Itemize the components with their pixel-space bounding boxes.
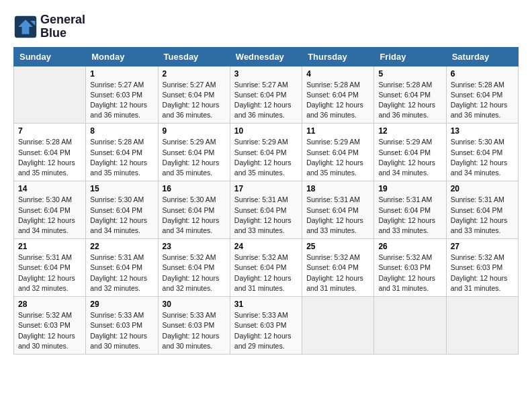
calendar-week-row: 21Sunrise: 5:31 AM Sunset: 6:04 PM Dayli…: [14, 239, 519, 297]
day-info: Sunrise: 5:31 AM Sunset: 6:04 PM Dayligh…: [18, 253, 81, 293]
day-number: 29: [90, 300, 153, 309]
day-number: 8: [90, 126, 153, 136]
weekday-header: Wednesday: [230, 47, 302, 66]
calendar-cell: 23Sunrise: 5:32 AM Sunset: 6:04 PM Dayli…: [158, 239, 230, 297]
logo: General Blue: [13, 13, 85, 40]
day-info: Sunrise: 5:32 AM Sunset: 6:04 PM Dayligh…: [306, 253, 369, 293]
calendar-table: SundayMondayTuesdayWednesdayThursdayFrid…: [13, 47, 519, 355]
day-number: 17: [234, 184, 298, 193]
day-number: 6: [451, 69, 514, 79]
day-info: Sunrise: 5:27 AM Sunset: 6:03 PM Dayligh…: [90, 80, 153, 121]
day-info: Sunrise: 5:30 AM Sunset: 6:04 PM Dayligh…: [163, 195, 226, 236]
calendar-cell: 20Sunrise: 5:31 AM Sunset: 6:04 PM Dayli…: [446, 181, 518, 239]
logo-text: General Blue: [40, 13, 85, 40]
day-info: Sunrise: 5:33 AM Sunset: 6:03 PM Dayligh…: [90, 310, 153, 351]
header-row: SundayMondayTuesdayWednesdayThursdayFrid…: [14, 47, 519, 66]
day-number: 3: [234, 69, 298, 79]
day-info: Sunrise: 5:28 AM Sunset: 6:04 PM Dayligh…: [451, 80, 514, 121]
calendar-cell: 4Sunrise: 5:28 AM Sunset: 6:04 PM Daylig…: [302, 66, 374, 124]
day-number: 20: [451, 184, 514, 193]
calendar-cell: 13Sunrise: 5:30 AM Sunset: 6:04 PM Dayli…: [446, 124, 518, 181]
day-info: Sunrise: 5:29 AM Sunset: 6:04 PM Dayligh…: [306, 137, 369, 178]
weekday-header: Thursday: [302, 47, 374, 66]
day-number: 14: [18, 184, 81, 193]
day-number: 13: [451, 126, 514, 136]
calendar-cell: 3Sunrise: 5:27 AM Sunset: 6:04 PM Daylig…: [230, 66, 302, 124]
day-info: Sunrise: 5:33 AM Sunset: 6:03 PM Dayligh…: [234, 310, 298, 351]
day-info: Sunrise: 5:32 AM Sunset: 6:03 PM Dayligh…: [378, 253, 441, 293]
day-info: Sunrise: 5:30 AM Sunset: 6:04 PM Dayligh…: [90, 195, 153, 236]
weekday-header: Saturday: [446, 47, 518, 66]
day-info: Sunrise: 5:28 AM Sunset: 6:04 PM Dayligh…: [90, 137, 153, 178]
calendar-cell: [14, 66, 86, 124]
day-number: 26: [378, 242, 441, 251]
calendar-cell: 5Sunrise: 5:28 AM Sunset: 6:04 PM Daylig…: [374, 66, 446, 124]
day-info: Sunrise: 5:28 AM Sunset: 6:04 PM Dayligh…: [18, 137, 81, 178]
calendar-cell: 6Sunrise: 5:28 AM Sunset: 6:04 PM Daylig…: [446, 66, 518, 124]
calendar-cell: 29Sunrise: 5:33 AM Sunset: 6:03 PM Dayli…: [86, 297, 158, 355]
day-info: Sunrise: 5:28 AM Sunset: 6:04 PM Dayligh…: [378, 80, 441, 121]
day-info: Sunrise: 5:29 AM Sunset: 6:04 PM Dayligh…: [163, 137, 226, 178]
day-info: Sunrise: 5:33 AM Sunset: 6:03 PM Dayligh…: [163, 310, 226, 351]
day-number: 1: [90, 69, 153, 79]
day-info: Sunrise: 5:27 AM Sunset: 6:04 PM Dayligh…: [163, 80, 226, 121]
day-number: 30: [163, 300, 226, 309]
day-number: 5: [378, 69, 441, 79]
calendar-body: 1Sunrise: 5:27 AM Sunset: 6:03 PM Daylig…: [14, 66, 519, 354]
page-header: General Blue: [13, 13, 519, 40]
day-number: 18: [306, 184, 369, 193]
logo-icon: [13, 15, 38, 39]
calendar-cell: 7Sunrise: 5:28 AM Sunset: 6:04 PM Daylig…: [14, 124, 86, 181]
day-number: 16: [163, 184, 226, 193]
day-info: Sunrise: 5:32 AM Sunset: 6:03 PM Dayligh…: [18, 310, 81, 351]
calendar-cell: 16Sunrise: 5:30 AM Sunset: 6:04 PM Dayli…: [158, 181, 230, 239]
calendar-week-row: 28Sunrise: 5:32 AM Sunset: 6:03 PM Dayli…: [14, 297, 519, 355]
day-info: Sunrise: 5:31 AM Sunset: 6:04 PM Dayligh…: [234, 195, 298, 236]
day-number: 10: [234, 126, 298, 136]
day-info: Sunrise: 5:31 AM Sunset: 6:04 PM Dayligh…: [90, 253, 153, 293]
calendar-cell: [302, 297, 374, 355]
calendar-cell: 30Sunrise: 5:33 AM Sunset: 6:03 PM Dayli…: [158, 297, 230, 355]
calendar-week-row: 1Sunrise: 5:27 AM Sunset: 6:03 PM Daylig…: [14, 66, 519, 124]
calendar-cell: 10Sunrise: 5:29 AM Sunset: 6:04 PM Dayli…: [230, 124, 302, 181]
calendar-week-row: 14Sunrise: 5:30 AM Sunset: 6:04 PM Dayli…: [14, 181, 519, 239]
day-number: 4: [306, 69, 369, 79]
calendar-cell: 22Sunrise: 5:31 AM Sunset: 6:04 PM Dayli…: [86, 239, 158, 297]
weekday-header: Monday: [86, 47, 158, 66]
day-number: 7: [18, 126, 81, 136]
calendar-cell: 21Sunrise: 5:31 AM Sunset: 6:04 PM Dayli…: [14, 239, 86, 297]
calendar-cell: 26Sunrise: 5:32 AM Sunset: 6:03 PM Dayli…: [374, 239, 446, 297]
weekday-header: Sunday: [14, 47, 86, 66]
day-info: Sunrise: 5:30 AM Sunset: 6:04 PM Dayligh…: [18, 195, 81, 236]
day-info: Sunrise: 5:32 AM Sunset: 6:04 PM Dayligh…: [163, 253, 226, 293]
day-info: Sunrise: 5:29 AM Sunset: 6:04 PM Dayligh…: [378, 137, 441, 178]
day-info: Sunrise: 5:28 AM Sunset: 6:04 PM Dayligh…: [306, 80, 369, 121]
calendar-cell: 8Sunrise: 5:28 AM Sunset: 6:04 PM Daylig…: [86, 124, 158, 181]
weekday-header: Friday: [374, 47, 446, 66]
day-info: Sunrise: 5:31 AM Sunset: 6:04 PM Dayligh…: [306, 195, 369, 236]
day-number: 28: [18, 300, 81, 309]
calendar-cell: 28Sunrise: 5:32 AM Sunset: 6:03 PM Dayli…: [14, 297, 86, 355]
day-info: Sunrise: 5:32 AM Sunset: 6:04 PM Dayligh…: [234, 253, 298, 293]
day-number: 31: [234, 300, 298, 309]
calendar-cell: 27Sunrise: 5:32 AM Sunset: 6:03 PM Dayli…: [446, 239, 518, 297]
weekday-header: Tuesday: [158, 47, 230, 66]
day-number: 12: [378, 126, 441, 136]
calendar-cell: 1Sunrise: 5:27 AM Sunset: 6:03 PM Daylig…: [86, 66, 158, 124]
calendar-cell: 24Sunrise: 5:32 AM Sunset: 6:04 PM Dayli…: [230, 239, 302, 297]
calendar-cell: 31Sunrise: 5:33 AM Sunset: 6:03 PM Dayli…: [230, 297, 302, 355]
day-number: 22: [90, 242, 153, 251]
day-info: Sunrise: 5:29 AM Sunset: 6:04 PM Dayligh…: [234, 137, 298, 178]
day-number: 11: [306, 126, 369, 136]
calendar-cell: 19Sunrise: 5:31 AM Sunset: 6:04 PM Dayli…: [374, 181, 446, 239]
day-number: 25: [306, 242, 369, 251]
day-number: 9: [163, 126, 226, 136]
calendar-cell: 12Sunrise: 5:29 AM Sunset: 6:04 PM Dayli…: [374, 124, 446, 181]
day-info: Sunrise: 5:32 AM Sunset: 6:03 PM Dayligh…: [451, 253, 514, 293]
day-info: Sunrise: 5:30 AM Sunset: 6:04 PM Dayligh…: [451, 137, 514, 178]
day-number: 21: [18, 242, 81, 251]
calendar-cell: 25Sunrise: 5:32 AM Sunset: 6:04 PM Dayli…: [302, 239, 374, 297]
day-number: 15: [90, 184, 153, 193]
day-info: Sunrise: 5:31 AM Sunset: 6:04 PM Dayligh…: [378, 195, 441, 236]
calendar-cell: 17Sunrise: 5:31 AM Sunset: 6:04 PM Dayli…: [230, 181, 302, 239]
